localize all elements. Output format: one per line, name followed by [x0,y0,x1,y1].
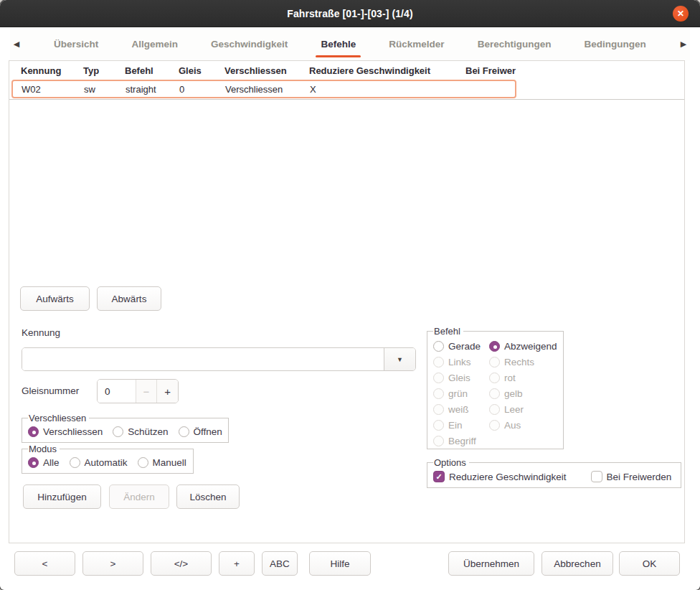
add-button[interactable]: Hinzufügen [23,484,101,509]
xml-button[interactable]: </> [151,551,212,576]
radio-ein: Ein [433,420,488,431]
column-header-verschliessen[interactable]: Verschliessen [216,65,301,76]
radio-verschliessen[interactable]: Verschliessen [28,426,103,437]
radio-icon [433,357,444,367]
spin-minus-button[interactable]: − [136,380,157,403]
befehl-group-label: Befehl [433,326,463,337]
column-header-kennung[interactable]: Kennung [12,65,75,76]
radio-icon [113,426,123,437]
ok-button[interactable]: OK [619,551,680,576]
row-cell-gleis: 0 [171,84,217,95]
abc-button[interactable]: ABC [262,551,298,576]
radio-selected-icon [28,457,39,468]
modus-group: Modus Alle Automatik Manuell [22,444,194,474]
verschliessen-group-label: Verschliessen [28,413,89,423]
radio-links: Links [433,357,488,367]
gleisnummer-stepper: − + [97,379,179,403]
tab-rueckmelder[interactable]: Rückmelder [387,39,446,50]
kennung-input[interactable] [22,348,384,370]
radio-alle[interactable]: Alle [28,457,60,468]
tab-geschwindigkeit[interactable]: Geschwindigkeit [209,39,290,50]
tab-uebersicht[interactable]: Übersicht [52,39,100,50]
gleisnummer-label: Gleisnummer [22,385,79,396]
radio-begriff: Begriff [433,436,488,446]
delete-button[interactable]: Löschen [176,484,240,509]
column-header-bei-freiwerden[interactable]: Bei Freiwer [457,65,684,76]
radio-rot: rot [489,373,557,383]
column-header-befehl[interactable]: Befehl [116,65,170,76]
radio-icon [138,457,148,468]
kennung-combobox: ▼ [22,347,416,371]
radio-oeffnen[interactable]: Öffnen [179,426,222,437]
radio-aus: Aus [489,420,557,431]
nav-prev-button[interactable]: < [14,551,75,576]
kennung-dropdown-button[interactable]: ▼ [384,348,415,370]
close-button[interactable]: ✕ [673,6,689,22]
radio-icon [433,436,444,446]
radio-gleis: Gleis [433,373,488,383]
chevron-down-icon: ▼ [397,356,403,363]
row-cell-reduziere: X [301,84,458,95]
radio-automatik[interactable]: Automatik [70,457,128,468]
radio-rechts: Rechts [489,357,557,367]
radio-icon [433,373,444,383]
checkbox-bei-freiwerden[interactable]: Bei Freiwerden [591,471,672,482]
close-icon: ✕ [677,9,684,18]
radio-icon [433,404,444,415]
radio-icon [489,357,500,367]
move-up-button[interactable]: Aufwärts [20,286,90,311]
move-down-button[interactable]: Abwärts [97,286,161,311]
befehle-page: Kennung Typ Befehl Gleis Verschliessen R… [9,60,685,543]
radio-icon [489,373,500,383]
radio-icon [489,404,500,415]
nav-next-button[interactable]: > [82,551,143,576]
row-cell-kennung: W02 [13,84,75,95]
row-cell-verschliessen: Verschliessen [217,84,301,95]
options-group: Options ✓ Reduziere Geschwindigkeit Bei … [427,457,681,488]
checkbox-reduziere-geschwindigkeit[interactable]: ✓ Reduziere Geschwindigkeit [433,471,567,482]
options-group-label: Options [433,457,469,468]
radio-schuetzen[interactable]: Schützen [113,426,168,437]
radio-selected-icon [489,341,500,352]
radio-leer: Leer [489,404,557,415]
radio-weiss: weiß [433,404,488,415]
radio-icon [489,388,500,399]
tab-berechtigungen[interactable]: Berechtigungen [476,39,554,50]
radio-icon [433,388,444,399]
column-header-typ[interactable]: Typ [75,65,116,76]
radio-gerade[interactable]: Gerade [433,341,488,352]
change-button[interactable]: Ändern [109,484,169,509]
cancel-button[interactable]: Abbrechen [541,551,613,576]
gleisnummer-input[interactable] [105,386,136,397]
tab-scroll-right-icon[interactable]: ▶ [677,39,690,49]
plus-icon: + [164,385,171,398]
radio-icon [70,457,80,468]
help-button[interactable]: Hilfe [309,551,371,576]
apply-button[interactable]: Übernehmen [448,551,534,576]
tab-strip: ◀ Übersicht Allgemein Geschwindigkeit Be… [10,27,690,60]
radio-selected-icon [28,426,39,437]
dialog-window: Fahrstraße [01-]-[03-] (1/4) ✕ ◀ Übersic… [0,0,700,590]
table-header[interactable]: Kennung Typ Befehl Gleis Verschliessen R… [9,61,684,80]
plus-button[interactable]: + [219,551,255,576]
radio-icon [433,420,444,431]
column-header-reduziere-geschwindigkeit[interactable]: Reduziere Geschwindigkeit [301,65,457,76]
window-title: Fahrstraße [01-]-[03-] (1/4) [287,8,413,19]
radio-abzweigend[interactable]: Abzweigend [489,341,557,352]
kennung-label: Kennung [22,327,60,338]
spin-plus-button[interactable]: + [156,380,178,403]
row-separator [9,99,684,100]
tab-bedingungen[interactable]: Bedingungen [582,39,648,50]
minus-icon: − [143,385,150,398]
tab-befehle[interactable]: Befehle [318,39,358,50]
column-header-gleis[interactable]: Gleis [170,65,216,76]
tab-allgemein[interactable]: Allgemein [129,39,180,50]
radio-gruen: grün [433,388,488,399]
checkbox-icon [591,471,602,482]
tab-scroll-left-icon[interactable]: ◀ [10,39,23,49]
table-row[interactable]: W02 sw straight 0 Verschliessen X [11,80,516,98]
row-cell-befehl: straight [117,84,171,95]
modus-group-label: Modus [28,444,60,454]
titlebar[interactable]: Fahrstraße [01-]-[03-] (1/4) ✕ [0,0,700,27]
radio-manuell[interactable]: Manuell [138,457,186,468]
